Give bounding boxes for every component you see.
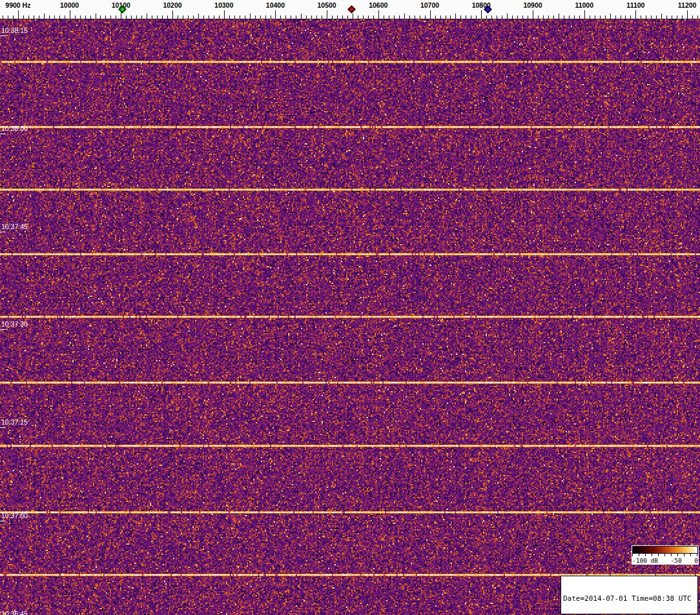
- frequency-tick: [59, 15, 60, 19]
- amplitude-color-scale: -100 dB -50 0: [632, 545, 699, 565]
- marker-red[interactable]: [347, 5, 356, 14]
- frequency-tick: [574, 15, 575, 19]
- frequency-tick: [600, 15, 601, 19]
- frequency-tick: [285, 15, 286, 19]
- frequency-tick: [677, 15, 677, 19]
- frequency-tick: [85, 15, 86, 19]
- frequency-tick: [296, 15, 296, 19]
- frequency-scale-label: 10200: [163, 1, 181, 9]
- spectrogram-window: 9900 Hz100001010010200103001040010500106…: [0, 0, 700, 615]
- frequency-tick: [260, 15, 261, 19]
- frequency-tick: [280, 15, 281, 19]
- frequency-tick: [579, 15, 580, 19]
- frequency-tick: [692, 15, 693, 19]
- frequency-ruler[interactable]: 9900 Hz100001010010200103001040010500106…: [0, 0, 700, 19]
- frequency-tick: [65, 15, 65, 19]
- frequency-tick: [34, 15, 34, 19]
- frequency-tick: [595, 15, 595, 19]
- frequency-tick: [697, 15, 698, 19]
- frequency-tick: [682, 15, 683, 19]
- frequency-tick: [255, 15, 256, 19]
- frequency-tick: [54, 15, 55, 19]
- frequency-tick: [250, 14, 251, 19]
- frequency-tick: [584, 10, 585, 19]
- frequency-tick: [8, 15, 8, 19]
- frequency-tick: [110, 15, 111, 19]
- frequency-tick: [116, 15, 116, 19]
- frequency-tick: [404, 14, 405, 19]
- frequency-tick: [3, 15, 3, 19]
- frequency-tick: [183, 15, 183, 19]
- frequency-tick: [311, 15, 312, 19]
- frequency-tick: [590, 15, 590, 19]
- frequency-tick: [430, 10, 431, 19]
- frequency-scale-label: 10700: [420, 1, 439, 9]
- frequency-scale-label: 10900: [523, 1, 542, 9]
- frequency-tick: [332, 15, 333, 19]
- frequency-tick: [661, 14, 662, 19]
- frequency-scale-label: 10000: [60, 1, 79, 9]
- frequency-tick: [167, 15, 168, 19]
- frequency-tick: [656, 15, 657, 19]
- frequency-tick: [301, 14, 302, 19]
- frequency-tick: [203, 15, 204, 19]
- frequency-tick: [409, 15, 410, 19]
- frequency-tick: [245, 15, 245, 19]
- frequency-tick: [466, 15, 466, 19]
- frequency-tick: [75, 15, 76, 19]
- frequency-tick: [70, 10, 70, 19]
- frequency-tick: [147, 14, 147, 19]
- frequency-tick: [543, 15, 544, 19]
- frequency-scale-label: 10600: [369, 1, 387, 9]
- frequency-tick: [435, 15, 436, 19]
- frequency-tick: [610, 14, 611, 19]
- frequency-tick: [507, 14, 508, 19]
- frequency-tick: [234, 15, 235, 19]
- frequency-tick: [265, 15, 266, 19]
- frequency-tick: [486, 15, 487, 19]
- frequency-tick: [152, 15, 152, 19]
- frequency-tick: [378, 10, 379, 19]
- frequency-tick: [440, 15, 441, 19]
- frequency-tick: [384, 15, 384, 19]
- waterfall-display[interactable]: [0, 19, 700, 615]
- frequency-tick: [28, 15, 29, 19]
- frequency-tick: [90, 15, 91, 19]
- frequency-tick: [327, 10, 327, 19]
- frequency-tick: [353, 14, 353, 19]
- frequency-scale-label: 11000: [575, 1, 593, 9]
- frequency-tick: [275, 10, 276, 19]
- frequency-tick: [342, 15, 343, 19]
- frequency-tick: [605, 15, 606, 19]
- frequency-tick: [394, 15, 395, 19]
- frequency-tick: [44, 14, 45, 19]
- frequency-tick: [368, 15, 369, 19]
- frequency-tick: [39, 15, 39, 19]
- frequency-tick: [229, 15, 230, 19]
- frequency-tick: [455, 14, 456, 19]
- frequency-tick: [141, 15, 142, 19]
- frequency-tick: [291, 15, 291, 19]
- frequency-tick: [178, 15, 178, 19]
- frequency-tick: [193, 15, 194, 19]
- frequency-tick: [635, 10, 636, 19]
- frequency-tick: [471, 15, 471, 19]
- frequency-tick: [373, 15, 374, 19]
- frequency-tick: [157, 15, 158, 19]
- frequency-tick: [522, 15, 523, 19]
- frequency-tick: [126, 15, 127, 19]
- frequency-tick: [172, 10, 173, 19]
- frequency-tick: [533, 10, 533, 19]
- frequency-tick: [80, 15, 81, 19]
- frequency-tick: [389, 15, 389, 19]
- frequency-tick: [651, 15, 652, 19]
- frequency-scale-label: 10500: [317, 1, 336, 9]
- frequency-tick: [641, 15, 641, 19]
- frequency-tick: [209, 15, 209, 19]
- frequency-tick: [358, 15, 358, 19]
- frequency-tick: [162, 15, 163, 19]
- frequency-tick: [188, 15, 189, 19]
- color-gradient-bar: [632, 546, 698, 554]
- frequency-tick: [672, 15, 672, 19]
- frequency-tick: [415, 15, 415, 19]
